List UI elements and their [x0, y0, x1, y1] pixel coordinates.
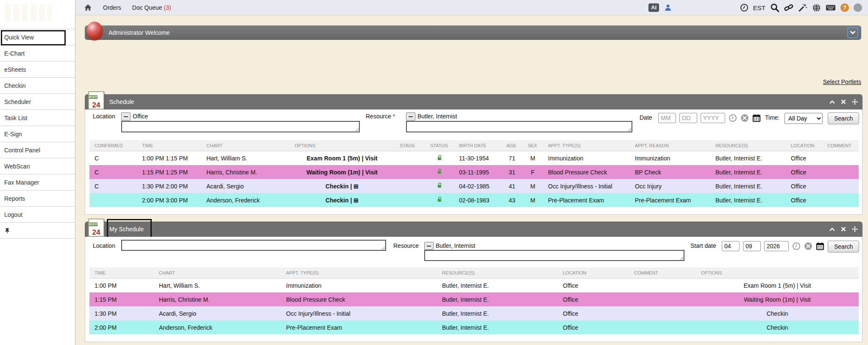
- clock-icon[interactable]: [740, 3, 748, 12]
- collapse-portlet-button[interactable]: [829, 226, 835, 233]
- sidebar-item-e-chart[interactable]: E-Chart: [0, 45, 75, 61]
- cell-resources: Butler, Internist E.: [710, 165, 786, 179]
- my-schedule-row[interactable]: 1:15 PMHarris, Christine M.Blood Pressur…: [89, 292, 859, 306]
- my-schedule-search-button[interactable]: Search: [828, 241, 859, 252]
- cell-comment: [822, 151, 859, 165]
- resource-collapse-button[interactable]: [424, 242, 434, 250]
- collapse-portlet-button[interactable]: [829, 99, 835, 105]
- sidebar-menu: Quick ViewE-CharteSheetsCheckinScheduler…: [0, 29, 75, 222]
- schedule-row[interactable]: 2:00 PM 3:00 PMAnderson, FrederickChecki…: [89, 193, 859, 207]
- home-icon[interactable]: [84, 4, 92, 11]
- cell-options[interactable]: Checkin: [696, 320, 859, 334]
- ai-badge[interactable]: AI: [648, 3, 659, 12]
- welcome-collapse-button[interactable]: [847, 27, 858, 38]
- avatar-circle[interactable]: [854, 3, 862, 12]
- search-icon[interactable]: [770, 3, 779, 12]
- sidebar-item-reports[interactable]: Reports: [0, 190, 75, 206]
- cell-appt_reason: Pre-Placement Exam: [630, 193, 710, 207]
- globe-icon[interactable]: [812, 3, 821, 12]
- cell-location: Office: [558, 320, 629, 334]
- column-header-location: LOCATION: [558, 267, 629, 278]
- resource-label: Resource: [393, 242, 419, 249]
- cell-sex: F: [523, 165, 543, 179]
- cell-resources: Butler, Internist E.: [710, 151, 786, 165]
- sidebar-item-webscan[interactable]: WebScan: [0, 158, 75, 174]
- cell-age: 71: [501, 151, 523, 165]
- schedule-row[interactable]: C1:00 PM 1:15 PMHart, William S.Exam Roo…: [89, 151, 859, 165]
- select-portlets-link[interactable]: Select Portlets: [823, 79, 861, 85]
- cell-status[interactable]: [425, 165, 454, 179]
- start-year-input[interactable]: [764, 241, 789, 251]
- cell-options[interactable]: Waiting Room (1m) | Visit: [289, 165, 395, 179]
- date-day-input[interactable]: [679, 113, 697, 123]
- resource-search-input[interactable]: [424, 250, 684, 261]
- cell-location: Office: [558, 306, 629, 320]
- my-schedule-row[interactable]: 1:00 PMHart, William S.ImmunizationButle…: [89, 278, 859, 292]
- nav-doc-queue[interactable]: Doc Queue (3): [132, 4, 171, 11]
- sidebar-item-checkin[interactable]: Checkin: [0, 77, 75, 93]
- cell-options[interactable]: Checkin | ⊞: [289, 193, 395, 207]
- sidebar-item-fax-manager[interactable]: Fax Manager: [0, 174, 75, 190]
- schedule-table: CONFIRMEDTIMECHARTOPTIONSSTAGESTATUSBIRT…: [89, 140, 859, 207]
- cell-resources: Butler, Internist E.: [437, 320, 558, 334]
- cell-comment: [629, 278, 696, 292]
- cell-options[interactable]: Exam Room 1 (5m) | Visit: [289, 151, 395, 165]
- cell-options[interactable]: Waiting Room (1m) | Visit: [696, 292, 859, 306]
- start-day-input[interactable]: [743, 241, 761, 251]
- column-header-confirmed: CONFIRMED: [89, 140, 137, 151]
- help-icon[interactable]: ?: [840, 3, 849, 12]
- calendar-picker-icon[interactable]: [816, 242, 824, 250]
- link-icon[interactable]: [784, 3, 793, 12]
- location-collapse-button[interactable]: [121, 112, 131, 121]
- my-schedule-row[interactable]: 2:00 PMAnderson, FrederickPre-Placement …: [89, 320, 859, 334]
- cell-options[interactable]: Checkin: [696, 306, 859, 320]
- sidebar-item-quick-view[interactable]: Quick View: [0, 29, 75, 45]
- location-label: Location: [93, 242, 115, 249]
- location-search-input[interactable]: [121, 240, 386, 251]
- sidebar-item-logout[interactable]: Logout: [0, 206, 75, 222]
- close-portlet-button[interactable]: [840, 226, 846, 232]
- sidebar-item-task-list[interactable]: Task List: [0, 109, 75, 126]
- cell-status[interactable]: [425, 193, 454, 207]
- top-navigation: Orders Doc Queue (3) AI EST ?: [75, 0, 868, 15]
- schedule-row[interactable]: C1:30 PM 2:00 PMAcardi, SergioCheckin | …: [89, 179, 859, 193]
- calendar-date-icon: MAY 24: [88, 219, 104, 237]
- sidebar-item-esheets[interactable]: eSheets: [0, 61, 75, 77]
- calendar-picker-icon[interactable]: [752, 114, 761, 122]
- close-portlet-button[interactable]: [840, 99, 846, 105]
- nav-orders[interactable]: Orders: [103, 4, 121, 11]
- cell-time: 1:00 PM 1:15 PM: [137, 151, 201, 165]
- user-icon[interactable]: [664, 4, 672, 11]
- my-schedule-row[interactable]: 1:30 PMAcardi, SergioOcc Injury/Illness …: [89, 306, 859, 320]
- sidebar-item-e-sign[interactable]: E-Sign: [0, 126, 75, 142]
- cell-resources: Butler, Internist E.: [710, 193, 786, 207]
- move-portlet-handle[interactable]: [851, 98, 858, 105]
- cell-options[interactable]: Exam Room 1 (5m) | Visit: [696, 278, 859, 292]
- date-year-input[interactable]: [701, 113, 725, 123]
- cell-resources: Butler, Internist E.: [437, 278, 558, 292]
- clear-date-icon[interactable]: [740, 114, 749, 122]
- clear-date-icon[interactable]: [804, 242, 812, 250]
- time-picker-icon[interactable]: [792, 242, 801, 250]
- cell-status[interactable]: [425, 151, 454, 165]
- wand-icon[interactable]: [798, 3, 807, 12]
- keyboard-icon[interactable]: [826, 3, 836, 12]
- time-range-select[interactable]: All Day: [785, 113, 823, 124]
- resource-collapse-button[interactable]: [406, 112, 415, 121]
- location-search-input[interactable]: [121, 121, 360, 132]
- cell-options[interactable]: Checkin | ⊞: [289, 179, 395, 193]
- cell-age: 41: [501, 179, 523, 193]
- sidebar-item-scheduler[interactable]: Scheduler: [0, 93, 75, 109]
- column-header-resources: RESOURCE(S): [437, 267, 558, 278]
- schedule-search-button[interactable]: Search: [828, 112, 859, 124]
- cell-chart: Acardi, Sergio: [154, 306, 281, 320]
- resource-search-input[interactable]: [406, 121, 632, 132]
- move-portlet-handle[interactable]: [851, 226, 858, 233]
- pushpin-icon[interactable]: [4, 227, 11, 234]
- time-picker-icon[interactable]: [729, 114, 737, 122]
- cell-status[interactable]: [425, 179, 454, 193]
- start-month-input[interactable]: [722, 241, 740, 251]
- schedule-row[interactable]: C1:15 PM 1:25 PMHarris, Christine M.Wait…: [89, 165, 859, 179]
- date-month-input[interactable]: [658, 113, 676, 123]
- sidebar-item-control-panel[interactable]: Control Panel: [0, 142, 75, 158]
